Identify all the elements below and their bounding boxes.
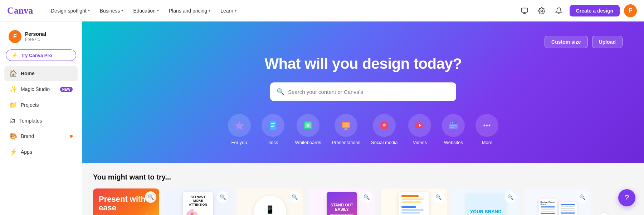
try-pro-button[interactable]: ⚡ Try Canva Pro [6,49,76,61]
home-icon: 🏠 [9,70,17,77]
card-search-icon[interactable]: 🔍 [217,191,228,203]
svg-point-29 [489,125,491,126]
brand-notification-dot [70,135,73,138]
sidebar-item-home[interactable]: 🏠 Home [4,66,78,81]
shortcut-social-media[interactable]: Social media [371,114,397,145]
svg-marker-19 [422,124,424,127]
card-search-icon[interactable]: 🔍 [361,191,372,203]
shortcut-websites-label: Websites [444,140,463,145]
poster-flowers: 🌸🌿 [186,209,210,215]
hero-top-actions: Custom size Upload [104,36,623,48]
shortcut-videos[interactable]: Videos [408,114,431,145]
main-content: Custom size Upload What will you design … [82,22,644,215]
svg-point-28 [486,125,488,126]
new-badge: NEW [60,87,73,92]
card-document[interactable]: DESIGN BRIEF 🔍 Document A4 [381,188,447,215]
resume-inner: STAND OUT EASILY [327,192,357,215]
shortcut-more-label: More [482,140,493,145]
svg-rect-8 [271,125,275,125]
logo[interactable]: Canva [7,6,36,16]
card-resume[interactable]: STAND OUT EASILY 🔍 Resume 8.5 × 11 [309,188,375,215]
svg-point-4 [541,10,542,11]
topnav-education[interactable]: Education ▾ [129,6,163,16]
card-doc[interactable]: Design Visual Docs [525,188,591,215]
shortcut-docs[interactable]: Docs [262,114,284,145]
shortcut-presentations[interactable]: Presentations [332,114,361,145]
chevron-icon: ▾ [235,9,236,13]
card-instagram[interactable]: 📱 PERFECT YOUR POST 🔍 Instagram Post (Sq… [237,188,303,215]
card-presentation[interactable]: Present with ease 🔍 Presentation (16:9) … [93,188,159,215]
shortcut-videos-label: Videos [413,140,427,145]
apps-icon: ⚡ [9,148,17,156]
sidebar-item-magic-studio[interactable]: ✨ Magic Studio NEW [4,82,78,97]
card-search-icon[interactable]: 🔍 [576,191,588,203]
devices-icon-button[interactable] [518,4,531,17]
websites-icon-circle [442,114,465,137]
upload-button[interactable]: Upload [592,36,623,48]
doc-page-1: Design Visual Docs [539,199,557,215]
sidebar-item-apps[interactable]: ⚡ Apps [4,144,78,159]
card-search-icon[interactable]: 🔍 [145,191,156,203]
card-poster[interactable]: ATTRACT MORE ATTENTION 🌸🌿 🔍 Poster (Port… [165,188,231,215]
doc-page-2 [559,202,577,215]
magic-icon: ✨ [9,85,17,93]
card-presentation-thumb: Present with ease 🔍 [93,188,159,215]
card-doc-thumb: Design Visual Docs [525,188,591,215]
shortcut-websites[interactable]: Websites [442,114,465,145]
scroll-right-button[interactable]: › [596,212,611,215]
svg-marker-30 [138,214,156,215]
topnav: Canva Design spotlight ▾ Business ▾ Educ… [0,0,644,22]
sidebar-user-name: Personal [25,31,46,37]
svg-marker-5 [234,121,244,130]
sidebar-avatar: F [9,30,21,43]
svg-rect-14 [343,123,349,127]
notifications-icon-button[interactable] [552,4,565,17]
svg-rect-1 [521,8,527,12]
chevron-icon: ▾ [88,9,90,13]
shortcut-whiteboards-label: Whiteboards [295,140,321,145]
sidebar-item-templates[interactable]: 🗂 Templates [4,113,78,128]
chat-bubble-button[interactable]: ? [618,189,635,206]
create-design-button[interactable]: Create a design [570,5,620,16]
whiteboards-icon-circle [297,114,319,137]
card-search-icon[interactable]: 🔍 [433,191,444,203]
topnav-business[interactable]: Business ▾ [96,6,128,16]
chevron-icon: ▾ [157,9,159,13]
docs-icon-circle [262,114,284,137]
for-you-icon-circle [228,114,251,137]
card-poster-thumb: ATTRACT MORE ATTENTION 🌸🌿 🔍 [165,188,231,215]
shortcut-more[interactable]: More [475,114,498,145]
topnav-learn[interactable]: Learn ▾ [216,6,241,16]
chevron-icon: ▾ [209,9,210,13]
svg-text:Canva: Canva [7,6,33,16]
card-logo-thumb: YOUR BRAND 🔍 [453,188,519,215]
shortcut-social-media-label: Social media [371,140,397,145]
card-search-icon[interactable]: 🔍 [504,191,516,203]
brand-icon: 🎨 [9,132,17,140]
logo-inner-text: YOUR BRAND [470,209,501,215]
topnav-design-spotlight[interactable]: Design spotlight ▾ [47,6,94,16]
search-icon: 🔍 [277,88,284,96]
topnav-plans[interactable]: Plans and pricing ▾ [165,6,215,16]
svg-point-12 [307,124,309,127]
section-title: You might want to try... [93,173,633,181]
logo-inner: YOUR BRAND [466,194,506,215]
custom-size-button[interactable]: Custom size [545,36,587,48]
resume-inner-text: STAND OUT EASILY [330,203,353,211]
shortcut-for-you[interactable]: For you [228,114,251,145]
shortcut-whiteboards[interactable]: Whiteboards [295,114,321,145]
shortcut-for-you-label: For you [231,140,247,145]
sidebar-item-projects[interactable]: 📁 Projects [4,97,78,113]
search-input[interactable] [288,89,450,95]
user-avatar[interactable]: F [624,4,637,17]
pro-icon: ⚡ [12,52,18,58]
sidebar-item-brand[interactable]: 🎨 Brand [4,129,78,144]
doc-page-title: Design Visual Docs [541,201,555,205]
svg-point-24 [452,123,453,124]
svg-rect-26 [450,127,454,128]
card-search-icon[interactable]: 🔍 [289,191,300,203]
card-resume-thumb: STAND OUT EASILY 🔍 [309,188,375,215]
settings-icon-button[interactable] [535,4,548,17]
card-logo[interactable]: YOUR BRAND 🔍 Logo 500 × 500 [453,188,519,215]
topnav-right: Create a design F [518,4,637,17]
